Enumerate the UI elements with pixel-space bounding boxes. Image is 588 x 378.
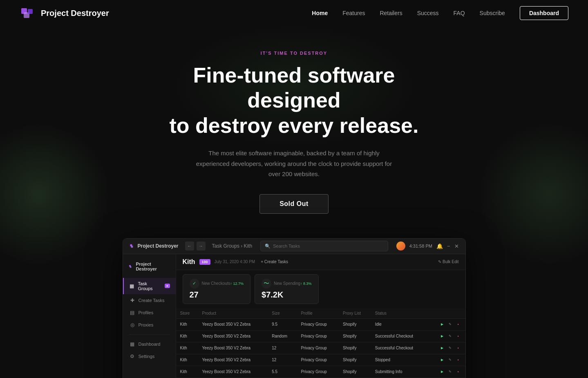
edit-button[interactable]: ✎ — [447, 322, 453, 327]
cell-status: Successful Checkout — [371, 342, 428, 354]
cell-proxy: Shopify — [339, 318, 371, 330]
svg-rect-2 — [28, 9, 33, 14]
col-profile: Profile — [297, 308, 339, 319]
cell-store: Kith — [176, 330, 198, 342]
cell-product: Yeezy Boost 350 V2 Zebra — [198, 366, 268, 378]
cell-product: Yeezy Boost 350 V2 Zebra — [198, 354, 268, 366]
close-icon[interactable]: ✕ — [454, 243, 459, 249]
back-button[interactable]: ← — [185, 242, 194, 251]
app-body: Project Destroyer ▦ Task Groups ● ✚ Crea… — [123, 254, 465, 378]
hero-section: IT'S TIME TO DESTROY Fine-tuned software… — [0, 26, 588, 230]
nav-link-faq[interactable]: FAQ — [454, 10, 465, 16]
stat-header-spending: 〜 New Spending ↑ 8.3% — [262, 279, 312, 289]
delete-button[interactable]: ▪ — [456, 322, 461, 327]
hero-eyebrow: IT'S TIME TO DESTROY — [8, 51, 580, 56]
navbar: Project Destroyer Home Features Retailer… — [0, 0, 588, 26]
table-header: Store Product Size Profile Proxy List St… — [176, 308, 465, 319]
play-button[interactable]: ▶ — [439, 345, 445, 351]
cell-actions: ▶ ✎ ▪ — [428, 354, 465, 366]
tasks-tbody: Kith Yeezy Boost 350 V2 Zebra 9.5 Privac… — [176, 318, 465, 378]
search-placeholder: Search Tasks — [273, 244, 300, 248]
sidebar-item-task-groups[interactable]: ▦ Task Groups ● — [123, 278, 176, 294]
nav-link-home[interactable]: Home — [312, 10, 328, 16]
create-tasks-icon: ✚ — [130, 297, 135, 303]
search-icon: 🔍 — [265, 244, 271, 249]
nav-logo[interactable]: Project Destroyer — [20, 5, 109, 21]
stats-row: ✓ New Checkouts ↑ 12.7% 27 〜 New Spendin… — [176, 270, 465, 308]
title-bar-app-name: Project Destroyer — [138, 243, 179, 249]
sold-out-button[interactable]: Sold Out — [259, 194, 329, 214]
play-button[interactable]: ▶ — [439, 369, 445, 375]
delete-button[interactable]: ▪ — [456, 333, 461, 339]
stat-header-checkouts: ✓ New Checkouts ↑ 12.7% — [190, 279, 244, 289]
delete-button[interactable]: ▪ — [456, 345, 461, 351]
cell-product: Yeezy Boost 350 V2 Zebra — [198, 330, 268, 342]
nav-dashboard-button[interactable]: Dashboard — [520, 6, 568, 20]
cell-store: Kith — [176, 318, 198, 330]
cell-size: 12 — [268, 354, 297, 366]
cell-actions: ▶ ✎ ▪ — [428, 318, 465, 330]
cell-size: 5.5 — [268, 366, 297, 378]
checkout-trend: ↑ 12.7% — [230, 282, 244, 286]
cell-profile: Privacy Group — [297, 330, 339, 342]
nav-link-features[interactable]: Features — [342, 10, 365, 16]
edit-button[interactable]: ✎ — [447, 333, 453, 339]
title-bar-right: 4:31:58 PM 🔔 − ✕ — [396, 242, 459, 251]
forward-button[interactable]: → — [197, 242, 206, 251]
cell-proxy: Shopify — [339, 330, 371, 342]
hero-subtitle: The most elite software imaginable, back… — [196, 148, 392, 179]
kith-header: Kith 100 July 31, 2020 4:30 PM + Create … — [176, 254, 465, 270]
sidebar-app-name: Project Destroyer — [136, 262, 170, 271]
sidebar-item-create-tasks[interactable]: ✚ Create Tasks — [123, 294, 176, 306]
cell-profile: Privacy Group — [297, 354, 339, 366]
hero-title-line2: to destroy every release. — [170, 114, 419, 137]
sidebar-item-profiles[interactable]: ▤ Profiles — [123, 306, 176, 319]
table-row: Kith Yeezy Boost 350 V2 Zebra 12 Privacy… — [176, 354, 465, 366]
search-bar[interactable]: 🔍 Search Tasks — [260, 241, 388, 251]
cell-status: Submitting Info — [371, 366, 428, 378]
cell-size: Random — [268, 330, 297, 342]
nav-logo-text: Project Destroyer — [41, 9, 109, 18]
sidebar-item-dashboard[interactable]: ▦ Dashboard — [123, 338, 176, 350]
cell-status: Stopped — [371, 354, 428, 366]
minimize-icon[interactable]: − — [447, 243, 450, 249]
sidebar-logo: Project Destroyer — [123, 259, 176, 278]
sidebar-logo-icon — [129, 264, 133, 269]
title-bar-logo-icon — [130, 243, 135, 249]
cell-store: Kith — [176, 366, 198, 378]
spending-stat-icon: 〜 — [262, 279, 271, 289]
play-button[interactable]: ▶ — [439, 333, 445, 339]
cell-product: Yeezy Boost 350 V2 Zebra — [198, 318, 268, 330]
bell-icon[interactable]: 🔔 — [436, 243, 443, 249]
checkout-value: 27 — [190, 290, 244, 300]
sidebar-item-settings[interactable]: ⚙ Settings — [123, 350, 176, 362]
cell-proxy: Shopify — [339, 342, 371, 354]
cell-proxy: Shopify — [339, 366, 371, 378]
cell-status: Idle — [371, 318, 428, 330]
cell-profile: Privacy Group — [297, 366, 339, 378]
nav-link-success[interactable]: Success — [417, 10, 439, 16]
sidebar-label-dashboard: Dashboard — [139, 342, 161, 347]
bulk-edit-button[interactable]: ✎ Bulk Edit — [438, 259, 458, 264]
settings-icon: ⚙ — [130, 353, 135, 359]
logo-icon — [20, 5, 36, 21]
proxies-icon: ◎ — [130, 322, 135, 328]
edit-button[interactable]: ✎ — [447, 357, 453, 363]
cell-profile: Privacy Group — [297, 342, 339, 354]
sidebar-item-proxies[interactable]: ◎ Proxies — [123, 319, 176, 331]
sidebar-label-create-tasks: Create Tasks — [139, 298, 165, 303]
edit-button[interactable]: ✎ — [447, 369, 453, 375]
delete-button[interactable]: ▪ — [456, 369, 461, 375]
create-tasks-button[interactable]: + Create Tasks — [261, 259, 288, 264]
nav-link-retailers[interactable]: Retailers — [380, 10, 402, 16]
nav-link-subscribe[interactable]: Subscribe — [480, 10, 505, 16]
play-button[interactable]: ▶ — [439, 357, 445, 363]
spending-value: $7.2K — [262, 290, 312, 300]
checkout-stat-icon: ✓ — [190, 279, 199, 289]
avatar — [396, 242, 405, 251]
delete-button[interactable]: ▪ — [456, 357, 461, 363]
cell-profile: Privacy Group — [297, 318, 339, 330]
edit-button[interactable]: ✎ — [447, 345, 453, 351]
cell-actions: ▶ ✎ ▪ — [428, 330, 465, 342]
play-button[interactable]: ▶ — [439, 322, 445, 327]
